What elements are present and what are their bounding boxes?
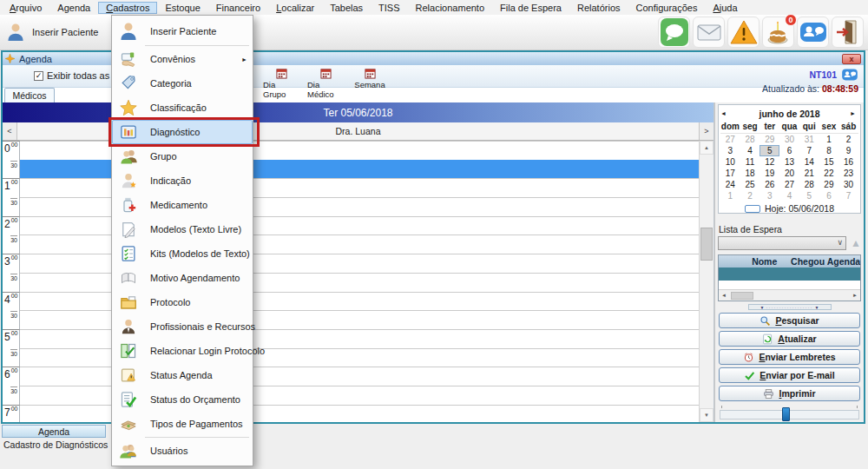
exit-button[interactable] bbox=[832, 17, 864, 48]
imprimir-button[interactable]: Imprimir bbox=[719, 386, 860, 401]
calendar-day[interactable]: 15 bbox=[819, 156, 839, 168]
calendar-day[interactable]: 30 bbox=[838, 179, 858, 190]
col-chegou[interactable]: Chegou bbox=[789, 256, 827, 267]
view-button-dia-grupo[interactable]: Dia Grupo bbox=[263, 66, 299, 99]
calendar-day[interactable]: 3 bbox=[720, 145, 740, 156]
atualizar-button[interactable]: Atualizar bbox=[719, 331, 860, 347]
calendar-next-icon[interactable]: ► bbox=[850, 110, 858, 116]
menu-item-kits-modelos-de-texto[interactable]: Kits (Modelos de Texto) bbox=[112, 241, 253, 266]
calendar-day[interactable]: 30 bbox=[779, 134, 799, 145]
menubar-item-fila-de-espera[interactable]: Fila de Espera bbox=[492, 2, 569, 14]
calendar-day[interactable]: 23 bbox=[838, 168, 858, 179]
panel-splitter[interactable]: ▼··················▼ bbox=[748, 304, 832, 310]
menu-item-medicamento[interactable]: Medicamento bbox=[112, 193, 253, 217]
calendar-day[interactable]: 9 bbox=[838, 145, 858, 156]
menubar-item-estoque[interactable]: Estoque bbox=[157, 2, 207, 14]
people-chat-icon[interactable] bbox=[841, 66, 858, 83]
menubar-item-arquivo[interactable]: Arquivo bbox=[2, 2, 49, 14]
menu-item-convenios[interactable]: Convênios► bbox=[112, 47, 253, 71]
calendar-day[interactable]: 17 bbox=[720, 168, 740, 179]
menu-item-status-agenda[interactable]: Status Agenda bbox=[112, 363, 253, 387]
calendar-day[interactable]: 24 bbox=[720, 179, 740, 190]
scroll-down-icon[interactable]: ▼ bbox=[700, 408, 713, 422]
calendar-day[interactable]: 20 bbox=[779, 168, 799, 179]
scrollbar-thumb[interactable] bbox=[700, 228, 713, 261]
calendar-day[interactable]: 12 bbox=[760, 156, 779, 168]
cake-button[interactable]: 0 bbox=[762, 17, 794, 48]
calendar-day[interactable]: 7 bbox=[838, 190, 858, 201]
calendar-day[interactable]: 3 bbox=[760, 190, 779, 201]
menu-item-tipos-de-pagamentos[interactable]: Tipos de Pagamentos bbox=[112, 412, 253, 436]
col-agenda[interactable]: Agenda bbox=[827, 256, 860, 267]
calendar-day[interactable]: 28 bbox=[740, 134, 760, 145]
menubar-item-agenda[interactable]: Agenda bbox=[49, 2, 98, 14]
calendar-day[interactable]: 10 bbox=[720, 156, 740, 168]
waiting-list-combobox[interactable]: ∨ bbox=[718, 236, 846, 250]
calendar-day[interactable]: 21 bbox=[799, 168, 819, 179]
calendar-prev-icon[interactable]: ◄ bbox=[720, 110, 729, 116]
calendar-day[interactable]: 29 bbox=[760, 134, 779, 145]
horizontal-scrollbar[interactable]: ◄ ► bbox=[719, 289, 860, 301]
pesquisar-button[interactable]: Pesquisar bbox=[719, 313, 860, 328]
calendar-day[interactable]: 5 bbox=[799, 190, 819, 201]
calendar-day[interactable]: 1 bbox=[819, 134, 839, 145]
calendar-day[interactable]: 1 bbox=[720, 190, 740, 201]
collapse-triangle-icon[interactable]: ▲ bbox=[851, 238, 861, 248]
menubar-item-relacionamento[interactable]: Relacionamento bbox=[408, 2, 493, 14]
calendar-day[interactable]: 13 bbox=[779, 156, 799, 168]
enviar-por-e-mail-button[interactable]: Enviar por E-mail bbox=[719, 367, 860, 383]
calendar-day-selected[interactable]: 5 bbox=[760, 145, 779, 156]
col-nome[interactable]: Nome bbox=[740, 256, 789, 267]
menubar-item-financeiro[interactable]: Financeiro bbox=[208, 2, 268, 14]
menubar-item-configuracoes[interactable]: Configurações bbox=[628, 2, 706, 14]
zoom-slider[interactable] bbox=[720, 407, 859, 421]
hscroll-thumb[interactable] bbox=[731, 292, 753, 300]
view-button-dia-medico[interactable]: Dia Médico bbox=[307, 66, 344, 99]
calendar-day[interactable]: 28 bbox=[799, 179, 819, 190]
calendar-day[interactable]: 2 bbox=[740, 190, 760, 201]
menu-item-classificacao[interactable]: Classificação bbox=[112, 96, 253, 120]
menu-item-profissionais-e-recursos[interactable]: Profissionais e Recursos bbox=[112, 314, 253, 339]
view-button-semana[interactable]: Semana bbox=[352, 66, 388, 99]
calendar-day[interactable]: 27 bbox=[779, 179, 799, 190]
calendar-day[interactable]: 7 bbox=[799, 145, 819, 156]
scroll-up-icon[interactable]: ▲ bbox=[700, 141, 713, 155]
calendar-day[interactable]: 31 bbox=[799, 134, 819, 145]
menu-item-relacionar-login-protocolo[interactable]: Relacionar Login Protocolo bbox=[112, 339, 253, 363]
calendar-day[interactable]: 29 bbox=[819, 179, 839, 190]
menu-item-grupo[interactable]: Grupo bbox=[112, 144, 253, 168]
menu-item-usuarios[interactable]: Usuários bbox=[112, 439, 253, 463]
menu-item-indicacao[interactable]: Indicação bbox=[112, 168, 253, 193]
calendar-day[interactable]: 19 bbox=[760, 168, 779, 179]
menu-item-protocolo[interactable]: Protocolo bbox=[112, 290, 253, 314]
menubar-item-cadastros[interactable]: Cadastros bbox=[98, 2, 157, 14]
menu-item-categoria[interactable]: Categoria bbox=[112, 71, 253, 96]
calendar-day[interactable]: 4 bbox=[740, 145, 760, 156]
menu-item-diagnostico[interactable]: Diagnóstico bbox=[112, 120, 253, 144]
menu-item-motivo-agendamento[interactable]: Motivo Agendamento bbox=[112, 266, 253, 290]
calendar-day[interactable]: 6 bbox=[819, 190, 839, 201]
scroll-right-icon[interactable]: ► bbox=[850, 293, 860, 298]
mail-button[interactable] bbox=[693, 17, 725, 48]
calendar-day[interactable]: 27 bbox=[720, 134, 740, 145]
close-button[interactable]: x bbox=[842, 54, 861, 64]
calendar-day[interactable]: 22 bbox=[819, 168, 839, 179]
menu-item-status-do-orcamento[interactable]: Status do Orçamento bbox=[112, 387, 253, 412]
enviar-lembretes-button[interactable]: Enviar Lembretes bbox=[719, 349, 860, 365]
calendar-day[interactable]: 4 bbox=[779, 190, 799, 201]
calendar-day[interactable]: 14 bbox=[799, 156, 819, 168]
calendar-day[interactable]: 25 bbox=[740, 179, 760, 190]
menu-item-inserir-paciente[interactable]: Inserir Paciente bbox=[112, 18, 253, 44]
people-chat-button[interactable] bbox=[797, 17, 829, 48]
next-doctor-button[interactable]: > bbox=[699, 122, 713, 140]
tab-agenda-bottom[interactable]: Agenda bbox=[2, 425, 106, 438]
menubar-item-localizar[interactable]: Localizar bbox=[268, 2, 322, 14]
menubar-item-tiss[interactable]: TISS bbox=[371, 2, 407, 14]
calendar-day[interactable]: 8 bbox=[819, 145, 839, 156]
calendar-day[interactable]: 11 bbox=[740, 156, 760, 168]
waiting-list-selected-row[interactable] bbox=[719, 268, 860, 281]
insert-patient-button[interactable]: Inserir Paciente bbox=[5, 22, 98, 43]
scroll-left-icon[interactable]: ◄ bbox=[719, 293, 729, 298]
chat-bubble-button[interactable] bbox=[658, 17, 690, 48]
calendar-day[interactable]: 26 bbox=[760, 179, 779, 190]
